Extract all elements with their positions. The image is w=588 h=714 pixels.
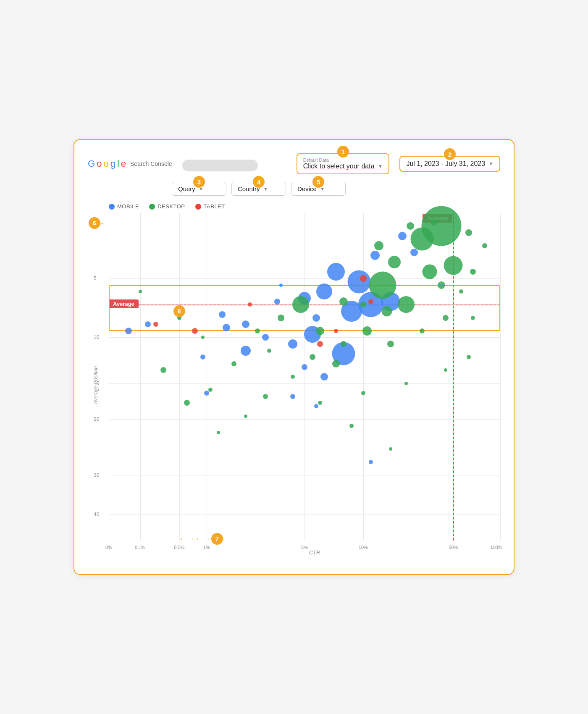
data-dropdown-arrow: ▼ [378,163,383,169]
bubble-d16 [381,306,392,317]
gridv-1 [207,213,207,541]
xtick-05: 0.5% [174,545,184,550]
ytick-40: 40 [94,512,99,517]
ytick-10: 10 [94,334,99,340]
bubble-d8 [407,222,414,230]
bubble-d24 [362,326,372,336]
bubble-d44 [444,368,447,372]
query-filter-wrapper: 3 Query ▼ [172,182,226,196]
bubble-d10 [465,229,472,236]
bubble-d20 [278,315,284,321]
ytick-5: 5 [94,276,97,281]
filter-row: 3 Query ▼ 4 Country ▼ 5 Device ▼ [172,182,500,196]
gridv-100 [500,213,501,541]
badge-8: 8 [173,305,185,317]
badge-7-area: ←→ ←→ 7 [179,533,223,545]
ytick-30: 30 [94,472,99,478]
bubble-m16 [145,321,151,327]
bubble-d33 [231,361,236,366]
xtick-5: 5% [301,545,308,550]
bubble-d21 [255,328,260,333]
x-axis-label: CTR [309,549,320,556]
legend-desktop-label: DESKTOP [158,203,185,210]
bubble-t2 [153,322,158,327]
bubble-m24 [320,373,328,381]
bubble-m25 [290,394,295,399]
bubble-d45 [467,355,471,359]
bubble-d23 [341,341,346,347]
bubble-d38 [208,388,213,392]
bubble-d31 [332,360,340,368]
bubble-m26 [314,404,318,408]
bubble-d37 [160,367,166,373]
bubble-d15 [398,296,415,313]
badge-5: 5 [312,176,324,188]
badge-3: 3 [193,176,205,188]
bubble-d5 [369,271,396,299]
bubble-d48 [349,424,354,428]
bubble-m27 [279,284,283,287]
bubble-d49 [389,447,392,451]
data-dropdown-wrapper: 1 Default Data Click to select your data… [297,153,390,174]
ytick-20: 20 [94,416,99,422]
bubble-d30 [291,375,295,379]
badge-6: 6 [89,217,100,229]
xtick-1: 1% [203,545,210,550]
legend-tablet-label: TABLET [204,203,225,210]
bubble-d36 [139,290,142,293]
bubble-d26 [420,328,425,333]
data-dropdown-label: Default Data [303,158,383,163]
xtick-10: 10% [359,545,368,550]
country-arrow: ▼ [263,186,268,192]
bubble-d3 [444,256,463,275]
average-hlabel: Average [109,299,139,308]
bubble-m11 [312,314,320,322]
bubble-m22 [242,320,249,328]
bubble-d4 [423,265,437,279]
bubble-d41 [318,401,322,405]
xtick-50: 50% [449,545,458,550]
bubble-d14 [438,281,445,289]
legend-mobile-dot [109,204,115,210]
bubble-t7 [368,299,373,304]
bubble-t5 [317,341,323,347]
bubble-d34 [201,336,205,339]
bubble-m28 [204,391,209,396]
legend-tablet: TABLET [195,203,225,210]
badge-7: 7 [211,533,223,545]
bubble-d2 [410,228,433,251]
bubble-d6 [388,256,401,268]
bubble-m12 [274,299,280,304]
bubble-m14 [219,311,226,318]
product-name: Search Console [130,160,172,167]
bubble-d46 [244,415,247,418]
bubble-t6 [334,329,338,333]
bubble-d40 [263,394,268,399]
google-logo: Google Search Console [88,158,172,169]
badge-1: 1 [337,146,349,158]
bubble-d39 [184,400,190,406]
bubble-d17 [360,302,366,307]
bubble-d47 [217,431,220,434]
bubble-d22 [316,327,324,335]
bubble-m21 [262,334,269,341]
gridv-0 [109,213,109,541]
xtick-0: 0% [105,545,112,550]
chart-area: 6 → Average Position 1 5 10 15 20 30 [88,213,500,557]
bubble-d42 [361,391,365,395]
legend-desktop-dot [149,204,155,210]
bubble-t3 [192,328,198,334]
bubble-t1 [360,275,367,282]
badge-4: 4 [253,176,265,188]
bubble-d13 [459,289,463,294]
gridv-05 [179,213,180,541]
badge-2: 2 [444,148,456,160]
xtick-01: 0.1% [135,545,145,550]
search-bar[interactable] [182,160,258,171]
legend-tablet-dot [195,204,201,210]
gridv-5 [304,213,305,541]
country-filter-wrapper: 4 Country ▼ [231,182,286,196]
bubble-d9 [431,220,437,226]
bubble-m6 [348,270,371,293]
bubble-d12 [470,269,476,275]
